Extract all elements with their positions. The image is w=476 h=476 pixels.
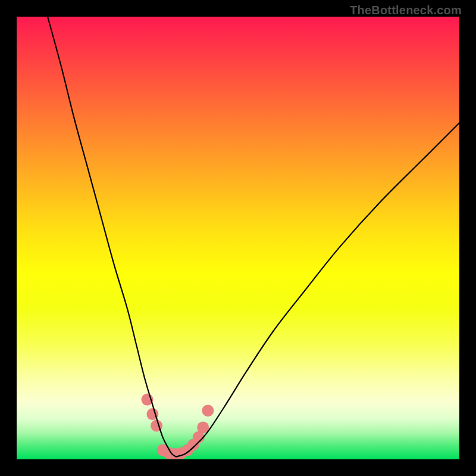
watermark-text: TheBottleneck.com [350,4,462,17]
data-dot [202,405,214,416]
left-curve [48,17,176,457]
curve-layer [17,17,459,459]
right-curve [176,123,459,457]
chart-frame: TheBottleneck.com [0,0,476,476]
plot-area [17,17,459,459]
